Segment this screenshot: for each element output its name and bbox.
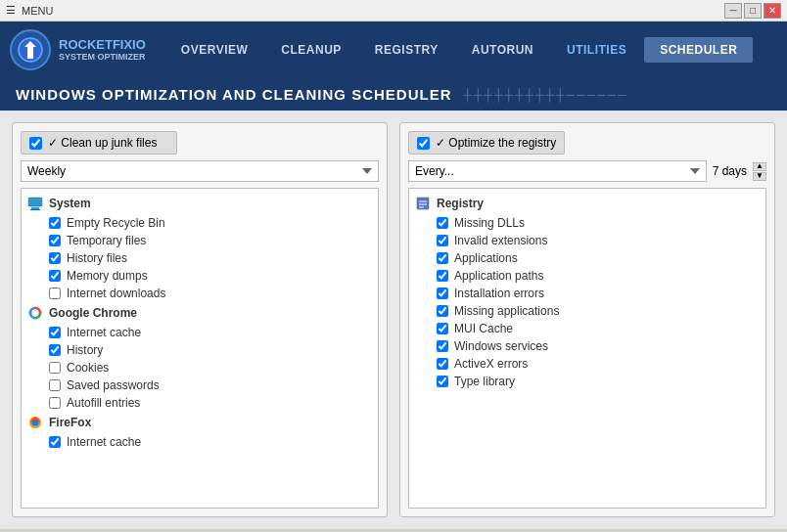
left-panel: ✓ Clean up junk files Daily Weekly Month… <box>12 122 388 517</box>
header-decoration: ┼┼┼┼┼┼┼┼┼┼────── <box>463 88 627 102</box>
title-bar-left: ☰ MENU <box>6 4 53 17</box>
group-registry-label: Registry <box>437 197 484 210</box>
list-item: Temporary files <box>22 232 378 249</box>
group-firefox: FireFox <box>22 412 378 433</box>
right-frequency-row: Every... Daily Weekly 7 days ▲ ▼ <box>408 160 766 182</box>
group-chrome-label: Google Chrome <box>49 306 137 320</box>
tab-overview[interactable]: OVERVIEW <box>165 37 263 63</box>
list-item: History <box>22 341 378 359</box>
clean-junk-label: ✓ Clean up junk files <box>48 136 157 150</box>
list-item: Missing applications <box>409 302 765 320</box>
item-installation-errors[interactable] <box>437 288 448 299</box>
system-icon <box>27 196 43 211</box>
right-panel: ✓ Optimize the registry Every... Daily W… <box>399 122 775 517</box>
menu-label[interactable]: MENU <box>22 5 53 17</box>
days-up-button[interactable]: ▲ <box>753 162 766 171</box>
list-item: Saved passwords <box>22 377 378 394</box>
item-mui-cache[interactable] <box>437 323 448 334</box>
list-item: ActiveX errors <box>409 355 765 373</box>
item-invalid-extensions[interactable] <box>437 235 448 246</box>
list-item: MUI Cache <box>409 320 765 337</box>
list-item: Cookies <box>22 359 378 377</box>
item-empty-recycle-bin[interactable] <box>49 217 61 229</box>
nav-bar: ROCKETFIXIO SYSTEM OPTIMIZER OVERVIEW CL… <box>0 22 787 78</box>
firefox-icon <box>27 415 43 430</box>
page-header: WINDOWS OPTIMIZATION AND CLEANING SCHEDU… <box>0 78 787 111</box>
left-tree[interactable]: System Empty Recycle Bin Temporary files… <box>21 188 379 509</box>
group-system: System <box>22 193 378 214</box>
item-type-library[interactable] <box>437 376 448 387</box>
clean-junk-checkbox-header[interactable]: ✓ Clean up junk files <box>21 131 177 155</box>
main-content: ✓ Clean up junk files Daily Weekly Month… <box>0 111 787 529</box>
tab-autorun[interactable]: AUTORUN <box>456 37 549 63</box>
item-internet-downloads[interactable] <box>49 288 61 299</box>
nav-tabs: OVERVIEW CLEANUP REGISTRY AUTORUN UTILIT… <box>165 37 777 63</box>
list-item: Invalid extensions <box>409 232 765 249</box>
list-item: Missing DLLs <box>409 214 765 232</box>
title-bar: ☰ MENU ─ □ ✕ <box>0 0 787 22</box>
page-title: WINDOWS OPTIMIZATION AND CLEANING SCHEDU… <box>16 86 451 103</box>
optimize-registry-checkbox-header[interactable]: ✓ Optimize the registry <box>408 131 565 155</box>
list-item: Memory dumps <box>22 267 378 285</box>
item-activex-errors[interactable] <box>437 358 448 370</box>
maximize-button[interactable]: □ <box>744 3 762 19</box>
list-item: Internet cache <box>22 324 378 341</box>
list-item: Autofill entries <box>22 394 378 412</box>
list-item: Installation errors <box>409 285 765 302</box>
svg-point-6 <box>33 311 38 316</box>
item-windows-services[interactable] <box>437 340 448 352</box>
title-bar-controls: ─ □ ✕ <box>724 3 781 19</box>
item-chrome-internet-cache[interactable] <box>49 327 61 338</box>
right-frequency-select[interactable]: Every... Daily Weekly <box>408 160 707 182</box>
item-missing-dlls[interactable] <box>437 217 448 229</box>
optimize-registry-checkbox[interactable] <box>417 137 430 150</box>
svg-rect-3 <box>31 207 39 209</box>
item-applications[interactable] <box>437 252 448 264</box>
right-tree[interactable]: Registry Missing DLLs Invalid extensions… <box>408 188 766 509</box>
registry-icon <box>415 196 431 211</box>
logo-area: ROCKETFIXIO SYSTEM OPTIMIZER <box>10 29 146 70</box>
days-down-button[interactable]: ▼ <box>753 172 766 181</box>
menu-icon[interactable]: ☰ <box>6 4 16 17</box>
list-item: Type library <box>409 373 765 390</box>
logo-text: ROCKETFIXIO SYSTEM OPTIMIZER <box>59 37 146 63</box>
group-chrome: Google Chrome <box>22 302 378 324</box>
optimize-registry-label: ✓ Optimize the registry <box>436 136 556 150</box>
close-button[interactable]: ✕ <box>764 3 781 19</box>
item-chrome-saved-passwords[interactable] <box>49 379 61 391</box>
list-item: Empty Recycle Bin <box>22 214 378 232</box>
item-application-paths[interactable] <box>437 270 448 282</box>
logo-icon <box>10 29 51 70</box>
days-spinner: ▲ ▼ <box>753 162 766 181</box>
group-firefox-label: FireFox <box>49 416 91 429</box>
item-memory-dumps[interactable] <box>49 270 61 282</box>
item-chrome-autofill[interactable] <box>49 397 61 409</box>
list-item: Windows services <box>409 337 765 355</box>
list-item: Internet cache <box>22 433 378 451</box>
tab-utilities[interactable]: UTILITIES <box>551 37 642 63</box>
tab-registry[interactable]: REGISTRY <box>359 37 454 63</box>
chrome-icon <box>27 305 43 321</box>
item-firefox-internet-cache[interactable] <box>49 436 61 448</box>
tab-cleanup[interactable]: CLEANUP <box>265 37 357 63</box>
left-frequency-select[interactable]: Daily Weekly Monthly <box>21 160 379 182</box>
group-system-label: System <box>49 197 91 210</box>
item-chrome-cookies[interactable] <box>49 362 61 374</box>
left-frequency-row: Daily Weekly Monthly <box>21 160 379 182</box>
svg-rect-2 <box>28 198 42 206</box>
item-missing-applications[interactable] <box>437 305 448 317</box>
svg-rect-4 <box>30 209 40 210</box>
list-item: Applications <box>409 249 765 267</box>
clean-junk-checkbox[interactable] <box>29 137 42 150</box>
list-item: History files <box>22 249 378 267</box>
list-item: Application paths <box>409 267 765 285</box>
item-history-files[interactable] <box>49 252 61 264</box>
group-registry: Registry <box>409 193 765 214</box>
days-label: 7 days <box>713 164 747 178</box>
minimize-button[interactable]: ─ <box>724 3 742 19</box>
item-chrome-history[interactable] <box>49 344 61 356</box>
item-temporary-files[interactable] <box>49 235 61 246</box>
tab-scheduler[interactable]: SCHEDULER <box>644 37 753 63</box>
list-item: Internet downloads <box>22 285 378 302</box>
